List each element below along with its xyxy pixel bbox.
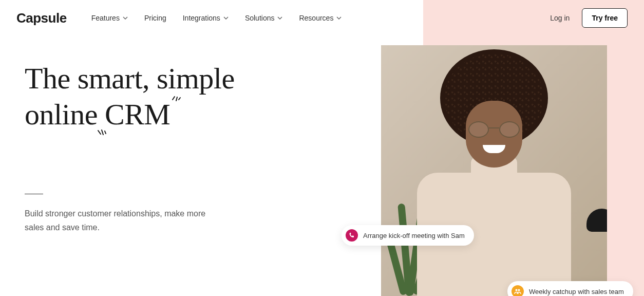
chip-label: Weekly catchup with sales team xyxy=(529,288,624,295)
chip-label: Arrange kick-off meeting with Sam xyxy=(363,232,465,239)
hero-image xyxy=(381,45,607,296)
hero-title: The smart, simple online CRM xyxy=(25,61,333,132)
chevron-down-icon xyxy=(123,16,128,20)
nav-label: Features xyxy=(91,14,120,22)
title-emphasis: CRM xyxy=(105,97,170,133)
nav-resources[interactable]: Resources xyxy=(299,14,342,22)
divider xyxy=(25,194,43,194)
chevron-down-icon xyxy=(277,16,282,20)
hero-subtext: Build stronger customer relationships, m… xyxy=(25,207,210,234)
try-free-button[interactable]: Try free xyxy=(582,8,628,28)
people-icon xyxy=(512,285,524,296)
chevron-down-icon xyxy=(223,16,229,20)
title-emphasis-text: CRM xyxy=(105,98,170,131)
sparkle-icon xyxy=(97,129,107,138)
chevron-down-icon xyxy=(336,16,342,20)
phone-icon xyxy=(346,229,358,242)
lamp-decoration xyxy=(581,209,607,255)
person-illustration xyxy=(412,80,576,296)
nav-solutions[interactable]: Solutions xyxy=(245,14,283,22)
nav-label: Pricing xyxy=(144,14,166,22)
nav-label: Solutions xyxy=(245,14,275,22)
nav-label: Resources xyxy=(299,14,333,22)
nav-integrations[interactable]: Integrations xyxy=(183,14,229,22)
hero-content: The smart, simple online CRM Build stron… xyxy=(25,61,333,235)
nav-label: Integrations xyxy=(183,14,220,22)
sparkle-icon xyxy=(171,92,181,103)
svg-point-0 xyxy=(516,289,518,291)
nav-features[interactable]: Features xyxy=(91,14,128,22)
task-chip[interactable]: Arrange kick-off meeting with Sam xyxy=(342,225,474,246)
header-actions: Log in Try free xyxy=(550,8,628,28)
svg-point-1 xyxy=(518,289,520,291)
task-chip[interactable]: Weekly catchup with sales team xyxy=(507,281,633,296)
main-nav: Features Pricing Integrations Solutions … xyxy=(91,14,342,22)
brand-logo[interactable]: Capsule xyxy=(16,10,67,26)
site-header: Capsule Features Pricing Integrations So… xyxy=(0,0,644,36)
nav-pricing[interactable]: Pricing xyxy=(144,14,166,22)
login-link[interactable]: Log in xyxy=(550,14,570,22)
title-line-1: The smart, simple xyxy=(25,62,235,95)
title-line-2-prefix: online xyxy=(25,98,105,131)
